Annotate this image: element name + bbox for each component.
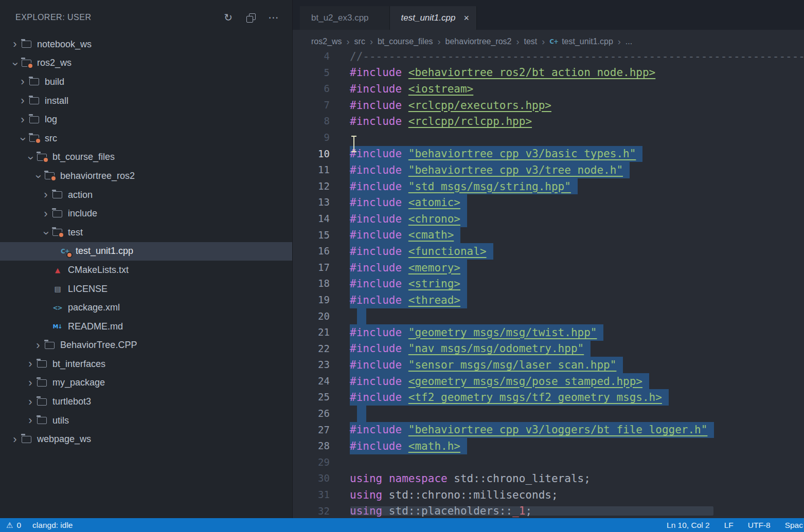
breadcrumb-item-behaviortree_ros2[interactable]: behaviortree_ros2 (445, 37, 512, 46)
chevron-expanded-icon[interactable]: › (24, 151, 38, 164)
clangd-status[interactable]: clangd: idle (32, 521, 73, 530)
code-line-17[interactable]: 17#include <memory> (293, 260, 804, 276)
tree-item-log[interactable]: ›log (0, 110, 292, 129)
code-line-11[interactable]: 11#include "behaviortree_cpp_v3/tree_nod… (293, 162, 804, 178)
collapse-folders-icon[interactable] (246, 13, 255, 22)
tab-bt_u2_ex3-cpp[interactable]: bt_u2_ex3.cpp (300, 6, 390, 30)
chevron-expanded-icon[interactable]: › (9, 57, 22, 70)
code-line-9[interactable]: 9 (293, 130, 804, 146)
chevron-collapsed-icon[interactable]: › (39, 207, 52, 221)
chevron-collapsed-icon[interactable]: › (39, 188, 52, 201)
close-icon[interactable]: × (463, 13, 469, 24)
code-line-15[interactable]: 15#include <cmath> (293, 227, 804, 244)
tree-item-ros2_ws[interactable]: ›ros2_ws (0, 54, 292, 73)
chevron-collapsed-icon[interactable]: › (24, 376, 37, 390)
breadcrumb-item-ros2_ws[interactable]: ros2_ws (311, 37, 342, 46)
chevron-expanded-icon[interactable]: › (32, 170, 45, 184)
code-line-30[interactable]: 30using namespace std::chrono_literals; (293, 470, 804, 487)
tab-bar: bt_u2_ex3.cpp test_unit1.cpp × (293, 0, 804, 30)
breadcrumb-item-bt_course_files[interactable]: bt_course_files (378, 37, 433, 46)
tree-item-LICENSE[interactable]: ▤LICENSE (0, 280, 292, 299)
cursor-position[interactable]: Ln 10, Col 2 (667, 521, 710, 530)
chevron-collapsed-icon[interactable]: › (31, 339, 45, 352)
code-editor[interactable]: 4//-------------------------------------… (293, 48, 804, 518)
chevron-collapsed-icon[interactable]: › (8, 38, 22, 51)
code-line-19[interactable]: 19#include <thread> (293, 292, 804, 308)
tree-item-package.xml[interactable]: <>package.xml (0, 298, 292, 317)
tree-item-utils[interactable]: ›utils (0, 411, 292, 430)
tree-item-notebook_ws[interactable]: ›notebook_ws (0, 35, 292, 54)
code-line-12[interactable]: 12#include "std_msgs/msg/string.hpp" (293, 178, 804, 195)
line-number: 20 (293, 308, 330, 325)
chevron-collapsed-icon[interactable]: › (8, 433, 22, 446)
code-line-25[interactable]: 25#include <tf2_geometry_msgs/tf2_geomet… (293, 389, 804, 406)
code-line-4[interactable]: 4//-------------------------------------… (293, 48, 804, 65)
tree-item-CMakeLists.txt[interactable]: ▲CMakeLists.txt (0, 261, 292, 280)
breadcrumb-item-src[interactable]: src (354, 37, 365, 46)
tree-item-BehaviorTree.CPP[interactable]: ›BehaviorTree.CPP (0, 336, 292, 355)
code-text: #include <geometry_msgs/msg/pose_stamped… (350, 373, 649, 390)
tab-test_unit1-cpp[interactable]: test_unit1.cpp × (390, 6, 477, 30)
code-text: #include "behaviortree_cpp_v3/basic_type… (350, 146, 642, 162)
tree-item-label: bt_course_files (52, 152, 115, 162)
folder-icon (29, 78, 39, 85)
chevron-collapsed-icon[interactable]: › (16, 94, 29, 107)
code-line-21[interactable]: 21#include "geometry_msgs/msg/twist.hpp" (293, 324, 804, 341)
breadcrumb-item-test_unit1.cpp[interactable]: test_unit1.cpp (562, 37, 613, 46)
tree-item-src[interactable]: ›src (0, 129, 292, 148)
horizontal-scrollbar[interactable] (350, 506, 713, 516)
chevron-collapsed-icon[interactable]: › (24, 414, 37, 427)
code-line-28[interactable]: 28#include <math.h> (293, 438, 804, 454)
code-token: "geometry_msgs/msg/twist.hpp" (408, 326, 597, 339)
tree-item-include[interactable]: ›include (0, 204, 292, 223)
encoding-indicator[interactable]: UTF-8 (748, 521, 771, 530)
breadcrumb-item-test[interactable]: test (524, 37, 538, 46)
code-line-27[interactable]: 27#include "behaviortree_cpp_v3/loggers/… (293, 422, 804, 438)
line-number: 32 (293, 503, 330, 518)
code-line-24[interactable]: 24#include <geometry_msgs/msg/pose_stamp… (293, 373, 804, 390)
tree-item-turtlebot3[interactable]: ›turtlebot3 (0, 392, 292, 411)
chevron-collapsed-icon[interactable]: › (24, 357, 37, 371)
status-bar: ⚠ 0 clangd: idle Ln 10, Col 2 LF UTF-8 S… (0, 518, 804, 532)
code-line-23[interactable]: 23#include "sensor_msgs/msg/laser_scan.h… (293, 357, 804, 373)
tree-item-bt_course_files[interactable]: ›bt_course_files (0, 148, 292, 167)
code-line-31[interactable]: 31using std::chrono::milliseconds; (293, 487, 804, 503)
indent-indicator[interactable]: Spac (785, 521, 803, 530)
chevron-collapsed-icon[interactable]: › (16, 113, 29, 126)
code-line-14[interactable]: 14#include <chrono> (293, 211, 804, 227)
code-line-20[interactable]: 20 (293, 308, 804, 325)
code-line-5[interactable]: 5#include <behaviortree_ros2/bt_action_n… (293, 65, 804, 81)
code-line-29[interactable]: 29 (293, 454, 804, 471)
chevron-collapsed-icon[interactable]: › (16, 75, 29, 88)
code-text: #include "behaviortree_cpp_v3/tree_node.… (350, 162, 630, 178)
refresh-icon[interactable]: ↻ (224, 12, 233, 23)
code-line-13[interactable]: 13#include <atomic> (293, 194, 804, 211)
code-line-18[interactable]: 18#include <string> (293, 276, 804, 292)
code-line-22[interactable]: 22#include "nav_msgs/msg/odometry.hpp" (293, 341, 804, 357)
code-line-6[interactable]: 6#include <iostream> (293, 81, 804, 97)
more-actions-icon[interactable]: ⋯ (269, 12, 279, 23)
tree-item-my_package[interactable]: ›my_package (0, 374, 292, 393)
tree-item-install[interactable]: ›install (0, 91, 292, 111)
code-line-16[interactable]: 16#include <functional> (293, 243, 804, 260)
folder-icon (22, 436, 31, 443)
code-line-26[interactable]: 26 (293, 406, 804, 422)
code-line-7[interactable]: 7#include <rclcpp/executors.hpp> (293, 97, 804, 114)
eol-indicator[interactable]: LF (724, 521, 734, 530)
tree-item-webpage_ws[interactable]: ›webpage_ws (0, 430, 292, 449)
code-line-8[interactable]: 8#include <rclcpp/rclcpp.hpp> (293, 113, 804, 130)
chevron-expanded-icon[interactable]: › (16, 133, 30, 146)
tree-item-build[interactable]: ›build (0, 72, 292, 91)
chevron-expanded-icon[interactable]: › (40, 227, 53, 240)
tree-item-README.md[interactable]: M↓README.md (0, 317, 292, 336)
tree-item-behaviortree_ros2[interactable]: ›behaviortree_ros2 (0, 167, 292, 186)
tree-item-test_unit1.cpp[interactable]: C+test_unit1.cpp (0, 242, 292, 261)
tree-item-bt_interfaces[interactable]: ›bt_interfaces (0, 355, 292, 374)
code-line-10[interactable]: 10#include "behaviortree_cpp_v3/basic_ty… (293, 146, 804, 162)
code-token: std::chrono_literals; (448, 472, 591, 485)
chevron-collapsed-icon[interactable]: › (24, 395, 37, 409)
tree-item-action[interactable]: ›action (0, 186, 292, 205)
breadcrumb-item-...[interactable]: ... (626, 37, 632, 46)
problems-indicator[interactable]: ⚠ 0 (6, 521, 21, 530)
tree-item-test[interactable]: ›test (0, 223, 292, 242)
